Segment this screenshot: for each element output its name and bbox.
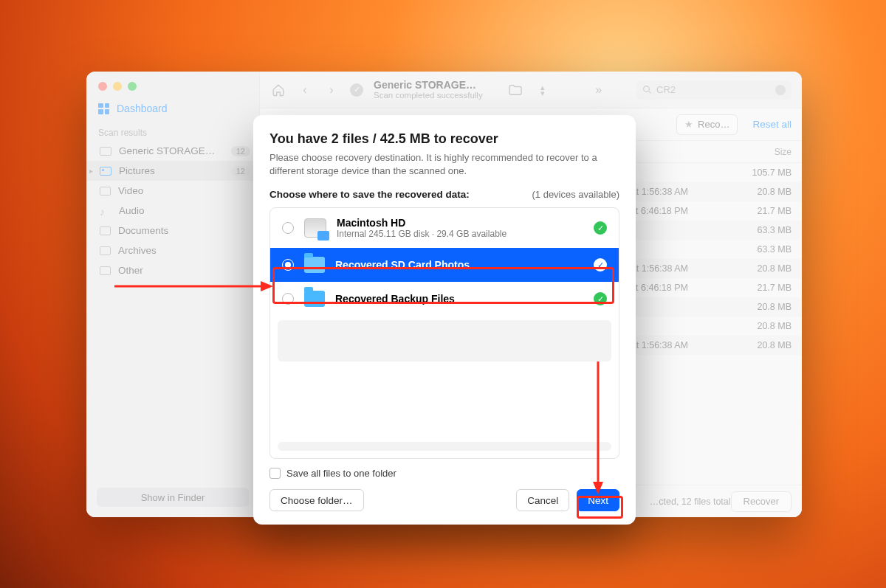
sidebar-item-label: Pictures — [119, 165, 155, 176]
search-icon — [642, 85, 652, 94]
next-button[interactable]: Next — [577, 489, 619, 511]
home-icon[interactable] — [270, 82, 286, 98]
title-block: Generic STORAGE… Scan completed successf… — [374, 79, 483, 100]
dashboard-icon — [98, 103, 109, 114]
sidebar-item-label: Video — [118, 185, 143, 196]
dialog-subtext: Please choose recovery destination. It i… — [269, 151, 619, 177]
search-input[interactable]: CR2 — [636, 80, 791, 100]
cancel-label: Cancel — [527, 495, 558, 506]
dialog-heading: You have 2 files / 42.5 MB to recover — [269, 131, 619, 147]
sidebar-item-label: Other — [118, 265, 143, 276]
page-subtitle: Scan completed successfully — [374, 91, 483, 100]
dashboard-label: Dashboard — [117, 103, 168, 114]
sidebar-item-label: Audio — [119, 205, 145, 216]
destination-placeholder — [278, 320, 611, 362]
save-all-label: Save all files to one folder — [286, 468, 396, 479]
show-in-finder-label: Show in Finder — [141, 492, 205, 503]
page-title: Generic STORAGE… — [374, 79, 483, 91]
recover-button[interactable]: Recover — [731, 491, 791, 512]
dest-title: Macintosh HD — [337, 217, 506, 229]
sidebar-item-generic-storage[interactable]: Generic STORAGE… 12 — [86, 141, 259, 161]
devices-available: (1 devices available) — [532, 189, 619, 200]
status-check-icon: ✓ — [350, 83, 363, 97]
check-icon: ✓ — [594, 258, 607, 271]
choose-label: Choose where to save the recovered data: — [269, 189, 470, 200]
back-icon[interactable]: ‹ — [297, 82, 313, 98]
folder-icon — [304, 257, 325, 273]
folder-icon — [304, 291, 325, 307]
sidebar-item-label: Archives — [118, 245, 157, 256]
search-value: CR2 — [656, 84, 676, 95]
documents-icon — [100, 226, 111, 235]
check-icon: ✓ — [594, 292, 607, 305]
sidebar-item-video[interactable]: Video — [86, 181, 259, 201]
forward-icon[interactable]: › — [323, 82, 340, 98]
recover-label: Recover — [744, 496, 779, 507]
dest-title: Recovered SD Card Photos — [335, 259, 470, 271]
chevron-right-icon: ▸ — [89, 167, 93, 175]
audio-icon: ♪ — [100, 207, 111, 215]
sidebar-section-label: Scan results — [86, 123, 259, 141]
hard-drive-icon — [304, 218, 326, 238]
drive-icon — [100, 147, 111, 156]
dialog-actions: Choose folder… Cancel Next — [269, 489, 619, 511]
sidebar-item-archives[interactable]: Archives — [86, 241, 259, 260]
zoom-window-icon[interactable] — [128, 82, 137, 91]
chip-label: Reco… — [698, 119, 729, 130]
dashboard-link[interactable]: Dashboard — [86, 98, 259, 123]
radio-icon[interactable] — [282, 259, 294, 271]
svg-point-0 — [644, 86, 650, 92]
close-window-icon[interactable] — [98, 82, 107, 91]
choose-folder-button[interactable]: Choose folder… — [269, 489, 364, 511]
sidebar-item-audio[interactable]: ♪ Audio — [86, 201, 259, 221]
next-label: Next — [588, 495, 608, 506]
toolbar: ‹ › ✓ Generic STORAGE… Scan completed su… — [260, 72, 802, 108]
choose-folder-label: Choose folder… — [281, 495, 353, 506]
sidebar-item-label: Generic STORAGE… — [119, 145, 215, 156]
video-icon — [100, 187, 111, 196]
sidebar-item-documents[interactable]: Documents — [86, 221, 259, 241]
other-icon — [100, 266, 111, 275]
save-all-toggle[interactable]: Save all files to one folder — [269, 468, 619, 479]
archives-icon — [100, 246, 111, 255]
reset-all-link[interactable]: Reset all — [752, 119, 791, 130]
recovery-chances-chip[interactable]: ★ Reco… — [676, 114, 738, 135]
sidebar: Dashboard Scan results Generic STORAGE… … — [86, 72, 260, 517]
check-icon: ✓ — [594, 221, 607, 235]
dest-title: Recovered Backup Files — [335, 293, 455, 305]
count-badge: 12 — [231, 166, 250, 176]
star-icon: ★ — [684, 119, 693, 130]
checkbox-icon[interactable] — [269, 468, 281, 479]
recovery-destination-dialog: You have 2 files / 42.5 MB to recover Pl… — [253, 115, 636, 525]
sidebar-item-other[interactable]: Other — [86, 260, 259, 280]
dest-subtitle: Internal 245.11 GB disk · 29.4 GB availa… — [337, 229, 506, 239]
destination-recovered-backup-files[interactable]: Recovered Backup Files ✓ — [270, 282, 619, 316]
destination-recovered-sd-card-photos[interactable]: Recovered SD Card Photos ✓ — [270, 248, 619, 282]
updown-icon[interactable]: ▴▾ — [535, 82, 551, 98]
window-controls — [86, 72, 259, 98]
clear-search-icon[interactable] — [775, 85, 786, 95]
cancel-button[interactable]: Cancel — [516, 489, 569, 511]
radio-icon[interactable] — [282, 222, 294, 234]
destination-placeholder — [278, 442, 611, 451]
selection-summary: …cted, 12 files total — [650, 497, 731, 507]
count-badge: 12 — [231, 146, 250, 156]
col-size[interactable]: Size — [718, 147, 791, 157]
folder-nav-icon[interactable] — [508, 82, 524, 98]
sidebar-item-pictures[interactable]: ▸ Pictures 12 — [86, 161, 259, 181]
overflow-icon[interactable]: » — [591, 82, 607, 98]
minimize-window-icon[interactable] — [113, 82, 122, 91]
show-in-finder-button[interactable]: Show in Finder — [97, 488, 249, 507]
pictures-icon — [100, 167, 111, 176]
sidebar-item-label: Documents — [118, 225, 168, 236]
destination-list: Macintosh HD Internal 245.11 GB disk · 2… — [269, 207, 619, 459]
destination-macintosh-hd[interactable]: Macintosh HD Internal 245.11 GB disk · 2… — [270, 208, 619, 248]
radio-icon[interactable] — [282, 293, 294, 305]
